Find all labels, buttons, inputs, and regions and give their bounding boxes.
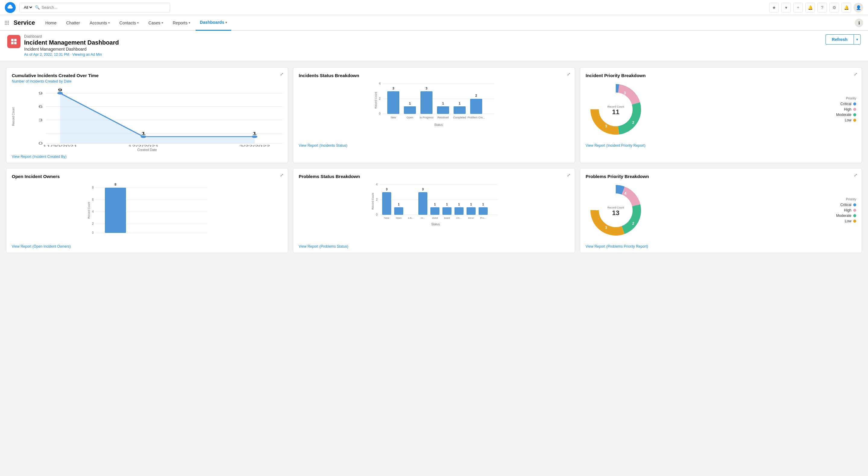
w6-low-dot <box>853 220 856 223</box>
svg-text:3: 3 <box>624 91 626 95</box>
top-icons: ★ ▾ ＋ 🔔 ? ⚙ 🔔 👤 <box>769 3 863 12</box>
svg-text:3: 3 <box>422 188 424 191</box>
widget-problems-status: Problems Status Breakdown ⤢ 4 2 0 3 New … <box>293 168 575 253</box>
chevron-dashboards: ▾ <box>225 21 227 24</box>
svg-text:1: 1 <box>470 203 472 206</box>
avatar[interactable]: 👤 <box>854 3 863 12</box>
w3-expand-icon[interactable]: ⤢ <box>854 72 858 76</box>
w4-chart: 8 6 4 2 0 8 Record Count <box>12 180 282 241</box>
svg-text:1: 1 <box>446 203 448 206</box>
nav-more-icon[interactable]: ℹ <box>855 19 863 27</box>
svg-text:Pro...: Pro... <box>480 217 486 219</box>
dashboard-breadcrumb: Dashboard <box>24 34 119 38</box>
w6-expand-icon[interactable]: ⤢ <box>854 172 858 178</box>
dashboard-header-left: Dashboard Incident Management Dashboard … <box>7 34 119 57</box>
w3-donut-svg: Record Count 11 3 2 3 3 <box>586 79 646 139</box>
notifications-icon[interactable]: 🔔 <box>841 3 851 12</box>
svg-text:New: New <box>384 217 389 219</box>
w2-chart: 4 2 0 3 New 1 Open 3 In Progress <box>299 79 569 140</box>
nav-item-contacts[interactable]: Contacts ▾ <box>115 15 143 31</box>
widget-incident-priority: Incident Priority Breakdown ⤢ Record Cou… <box>580 67 862 163</box>
w3-high-dot <box>853 108 856 111</box>
svg-text:4: 4 <box>624 191 627 195</box>
w6-low-label: Low <box>845 219 851 223</box>
svg-rect-77 <box>394 207 403 215</box>
nav-label-contacts: Contacts <box>119 21 136 25</box>
w3-legend-moderate: Moderate <box>836 113 856 117</box>
w3-moderate-label: Moderate <box>836 113 851 117</box>
w2-view-report[interactable]: View Report (Incidents Status) <box>299 144 569 148</box>
nav-item-dashboards[interactable]: Dashboards ▾ <box>195 15 231 31</box>
svg-point-10 <box>57 92 63 95</box>
svg-text:1: 1 <box>459 101 461 105</box>
salesforce-logo[interactable] <box>5 2 16 13</box>
w1-expand-icon[interactable]: ⤢ <box>280 72 284 76</box>
add-button[interactable]: ＋ <box>793 3 803 12</box>
nav-item-accounts[interactable]: Accounts ▾ <box>85 15 114 31</box>
svg-text:Open: Open <box>396 217 402 219</box>
svg-rect-91 <box>455 207 464 215</box>
app-grid-icon[interactable] <box>5 21 9 25</box>
nav-item-chatter[interactable]: Chatter <box>62 15 84 31</box>
svg-text:Error: Error <box>468 217 474 219</box>
w3-high-label: High <box>844 107 851 112</box>
svg-text:1: 1 <box>141 131 146 135</box>
w6-donut-svg: Record Count 13 4 2 3 2 <box>586 180 646 241</box>
refresh-dropdown-button[interactable]: ▾ <box>854 34 861 44</box>
svg-text:Record Count: Record Count <box>374 92 377 109</box>
settings-icon[interactable]: ⚙ <box>830 3 839 12</box>
w3-view-report[interactable]: View Report (Incident Priority Report) <box>586 144 856 148</box>
w6-view-report[interactable]: View Report (Problems Priority Report) <box>586 244 856 249</box>
svg-rect-85 <box>430 207 439 215</box>
search-bar[interactable]: All 🔍 <box>19 3 170 12</box>
nav-item-reports[interactable]: Reports ▾ <box>168 15 194 31</box>
w1-y-axis: Record Count <box>12 87 17 147</box>
w6-high-dot <box>853 209 856 212</box>
w1-title: Cumulative Incidents Created Over Time <box>12 73 282 78</box>
widget-problems-priority: Problems Priority Breakdown ⤢ Record Cou… <box>580 168 862 253</box>
svg-text:1: 1 <box>253 131 257 135</box>
w2-expand-icon[interactable]: ⤢ <box>567 72 570 76</box>
svg-text:0: 0 <box>376 213 378 216</box>
w3-legend: Priority Critical High Moderate Low <box>836 96 856 124</box>
w6-title: Problems Priority Breakdown <box>586 174 856 179</box>
svg-text:Resolved: Resolved <box>437 116 449 119</box>
help-icon[interactable]: ? <box>817 3 827 12</box>
w2-bar-svg: 4 2 0 3 New 1 Open 3 In Progress <box>299 79 569 139</box>
bell-icon[interactable]: 🔔 <box>805 3 815 12</box>
w1-chart: Record Count 9 6 3 0 <box>12 87 282 152</box>
svg-text:2: 2 <box>596 207 598 211</box>
w4-expand-icon[interactable]: ⤢ <box>280 172 284 178</box>
svg-text:2: 2 <box>92 222 94 225</box>
svg-text:Status: Status <box>434 123 443 127</box>
widget-cumulative-incidents: Cumulative Incidents Created Over Time N… <box>6 67 288 163</box>
w6-legend-moderate: Moderate <box>836 214 856 218</box>
svg-text:Record Count: Record Count <box>607 105 624 108</box>
w5-view-report[interactable]: View Report (Problems Status) <box>299 244 569 249</box>
favorites-dropdown[interactable]: ▾ <box>781 3 791 12</box>
svg-text:Ch...: Ch... <box>457 217 462 219</box>
nav-item-cases[interactable]: Cases ▾ <box>144 15 167 31</box>
search-filter[interactable]: All <box>23 5 33 10</box>
favorites-button[interactable]: ★ <box>769 3 779 12</box>
dashboard-icon <box>7 35 21 48</box>
w5-expand-icon[interactable]: ⤢ <box>567 172 570 178</box>
w6-critical-label: Critical <box>840 203 851 207</box>
w1-view-report[interactable]: View Report (Incident Created By) <box>12 155 282 159</box>
svg-text:2: 2 <box>379 97 381 100</box>
svg-text:0: 0 <box>38 141 43 146</box>
w6-legend-low: Low <box>836 219 856 223</box>
nav-item-home[interactable]: Home <box>41 15 61 31</box>
svg-text:Status: Status <box>431 223 440 226</box>
app-nav: Service Home Chatter Accounts ▾ Contacts… <box>0 15 868 31</box>
w4-view-report[interactable]: View Report (Open Incident Owners) <box>12 244 282 249</box>
svg-text:9: 9 <box>38 91 43 95</box>
svg-rect-97 <box>478 207 488 215</box>
refresh-button[interactable]: Refresh <box>826 34 854 44</box>
search-input[interactable] <box>41 5 167 10</box>
w4-title: Open Incident Owners <box>12 174 282 179</box>
svg-rect-82 <box>418 192 427 215</box>
w5-chart: 4 2 0 3 New 1 Open e A... 3 <box>299 180 569 241</box>
svg-text:1: 1 <box>442 101 444 105</box>
svg-text:2: 2 <box>632 221 634 226</box>
